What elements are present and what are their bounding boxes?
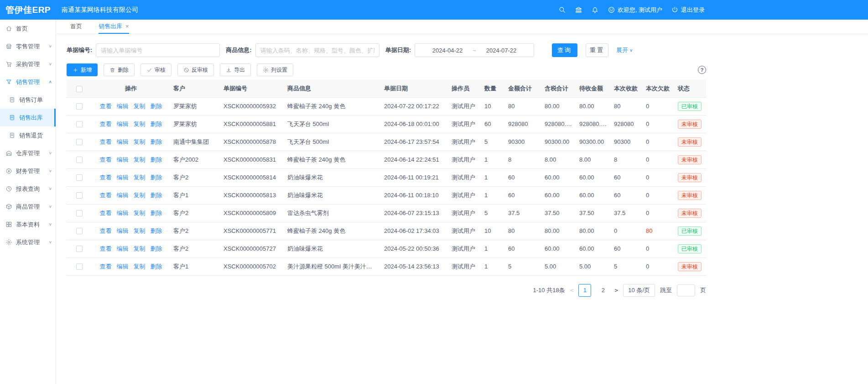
date-cell: 2024-06-18 00:01:00	[380, 115, 448, 133]
edit-link[interactable]: 编辑	[117, 156, 129, 163]
copy-link[interactable]: 复制	[134, 156, 146, 163]
bill-no-input[interactable]	[96, 43, 220, 57]
tab-close-icon[interactable]: ×	[125, 23, 129, 30]
column-settings-button[interactable]: 列设置	[257, 63, 293, 76]
date-end-value[interactable]: 2024-07-22	[486, 47, 517, 54]
row-checkbox[interactable]	[76, 263, 83, 270]
home-building-icon[interactable]	[575, 6, 582, 14]
bill-no-cell: XSCK00000005771	[220, 222, 284, 240]
edit-link[interactable]: 编辑	[117, 103, 129, 110]
delete-link[interactable]: 删除	[151, 174, 162, 181]
row-checkbox[interactable]	[76, 121, 83, 127]
prev-page-icon[interactable]: <	[570, 287, 574, 294]
edit-link[interactable]: 编辑	[117, 121, 129, 127]
delete-link[interactable]: 删除	[151, 210, 162, 216]
sidebar-item-sales-return[interactable]: 销售退货	[0, 126, 56, 144]
copy-link[interactable]: 复制	[134, 227, 146, 234]
delete-link[interactable]: 删除	[151, 245, 162, 252]
date-range-picker[interactable]: 2024-04-22 ~ 2024-07-22	[415, 43, 534, 57]
received-cell: 60	[610, 186, 642, 204]
sidebar-item-purchase[interactable]: 采购管理∨	[0, 55, 56, 73]
date-start-value[interactable]: 2024-04-22	[432, 47, 463, 54]
sidebar-item-retail[interactable]: 零售管理∨	[0, 37, 56, 55]
user-menu[interactable]: 欢迎您, 测试用户	[608, 6, 662, 14]
view-link[interactable]: 查看	[100, 192, 112, 199]
delete-link[interactable]: 删除	[151, 192, 162, 199]
sidebar-item-product[interactable]: 商品管理∨	[0, 198, 56, 216]
sidebar-item-system[interactable]: 系统管理∨	[0, 233, 56, 251]
copy-link[interactable]: 复制	[134, 263, 146, 270]
delete-link[interactable]: 删除	[151, 156, 162, 163]
row-checkbox[interactable]	[76, 139, 83, 145]
row-checkbox[interactable]	[76, 174, 83, 181]
logout-button[interactable]: 退出登录	[671, 6, 705, 14]
row-checkbox[interactable]	[76, 103, 83, 110]
page-jump-input[interactable]	[677, 284, 695, 296]
help-icon[interactable]: ?	[698, 66, 706, 74]
select-all-checkbox[interactable]	[76, 86, 83, 92]
edit-link[interactable]: 编辑	[117, 245, 129, 252]
search-button[interactable]: 查询	[552, 43, 577, 57]
copy-link[interactable]: 复制	[134, 138, 146, 145]
sidebar-item-sales-order[interactable]: 销售订单	[0, 91, 56, 109]
row-checkbox[interactable]	[76, 192, 83, 199]
delete-link[interactable]: 删除	[151, 263, 162, 270]
export-button[interactable]: 导出	[220, 63, 251, 76]
sidebar-item-report[interactable]: 报表查询∨	[0, 180, 56, 198]
delete-link[interactable]: 删除	[151, 227, 162, 234]
unaudit-button[interactable]: 反审核	[177, 63, 214, 76]
row-checkbox[interactable]	[76, 210, 83, 216]
view-link[interactable]: 查看	[100, 245, 112, 252]
sidebar-item-basic[interactable]: 基本资料∨	[0, 216, 56, 233]
row-checkbox[interactable]	[76, 157, 83, 163]
page-button-1[interactable]: 1	[578, 284, 591, 297]
sidebar-item-label: 采购管理	[16, 60, 40, 68]
view-link[interactable]: 查看	[100, 263, 112, 270]
delete-link[interactable]: 删除	[151, 103, 162, 110]
page-button-2[interactable]: 2	[597, 284, 609, 297]
copy-link[interactable]: 复制	[134, 210, 146, 216]
tab-home[interactable]: 首页	[70, 20, 82, 34]
edit-link[interactable]: 编辑	[117, 210, 129, 216]
add-button[interactable]: 新增	[67, 63, 98, 76]
sidebar-item-home[interactable]: 首页	[0, 20, 56, 37]
edit-link[interactable]: 编辑	[117, 174, 129, 181]
view-link[interactable]: 查看	[100, 210, 112, 216]
next-page-icon[interactable]: >	[614, 287, 618, 294]
tab-sales-outbound[interactable]: 销售出库×	[99, 20, 129, 34]
view-link[interactable]: 查看	[100, 174, 112, 181]
edit-link[interactable]: 编辑	[117, 263, 129, 270]
product-info-input[interactable]	[255, 43, 379, 57]
edit-link[interactable]: 编辑	[117, 138, 129, 145]
search-icon[interactable]	[558, 6, 566, 14]
view-link[interactable]: 查看	[100, 121, 112, 127]
notification-bell-icon[interactable]	[591, 6, 599, 14]
row-checkbox[interactable]	[76, 228, 83, 234]
delete-link[interactable]: 删除	[151, 121, 162, 127]
expand-filters-link[interactable]: 展开 ∨	[616, 46, 633, 54]
copy-link[interactable]: 复制	[134, 103, 146, 110]
page-size-select[interactable]: 10 条/页	[623, 284, 655, 297]
delete-link[interactable]: 删除	[151, 138, 162, 145]
edit-link[interactable]: 编辑	[117, 227, 129, 234]
audit-button[interactable]: 审核	[140, 63, 172, 76]
sidebar-item-label: 销售管理	[16, 78, 40, 86]
sidebar-item-sales[interactable]: 销售管理∧	[0, 73, 56, 91]
copy-link[interactable]: 复制	[134, 245, 146, 252]
view-link[interactable]: 查看	[100, 227, 112, 234]
view-link[interactable]: 查看	[100, 103, 112, 110]
sidebar-item-warehouse[interactable]: 仓库管理∨	[0, 144, 56, 162]
view-link[interactable]: 查看	[100, 156, 112, 163]
sidebar-item-finance[interactable]: 财务管理∨	[0, 162, 56, 180]
status-badge: 未审核	[678, 173, 702, 182]
column-header: 操作	[92, 80, 170, 97]
copy-link[interactable]: 复制	[134, 174, 146, 181]
edit-link[interactable]: 编辑	[117, 192, 129, 199]
view-link[interactable]: 查看	[100, 138, 112, 145]
copy-link[interactable]: 复制	[134, 192, 146, 199]
row-checkbox[interactable]	[76, 246, 83, 252]
sidebar-item-sales-outbound[interactable]: 销售出库	[0, 109, 56, 126]
delete-button[interactable]: 删除	[104, 63, 135, 76]
copy-link[interactable]: 复制	[134, 121, 146, 127]
reset-button[interactable]: 重置	[586, 43, 608, 57]
